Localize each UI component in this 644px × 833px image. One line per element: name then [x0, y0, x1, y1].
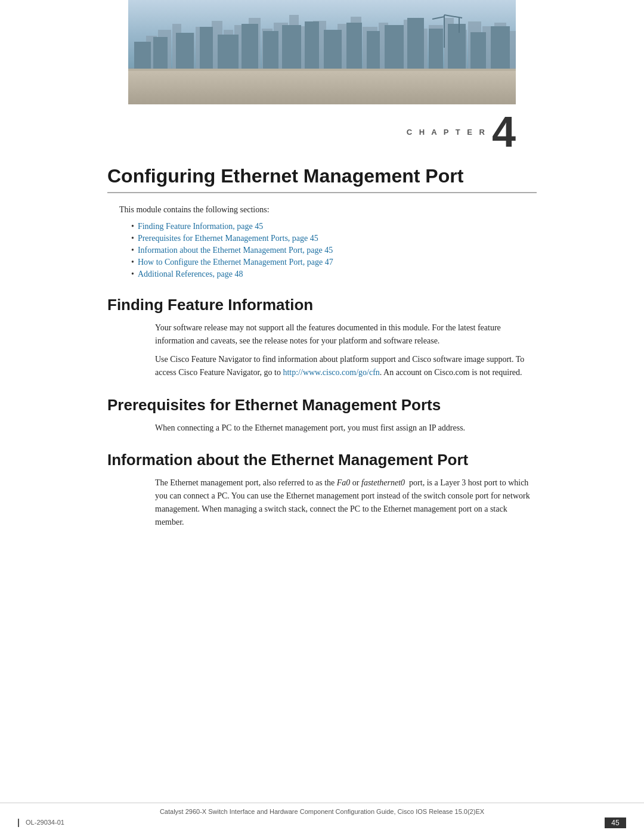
footer-bottom: OL-29034-01 45 — [18, 817, 626, 828]
cisco-cfn-link[interactable]: http://www.cisco.com/go/cfn — [283, 368, 379, 377]
svg-rect-49 — [491, 26, 510, 69]
footer-center: Catalyst 2960-X Switch Interface and Har… — [18, 808, 626, 815]
svg-rect-39 — [282, 25, 301, 69]
toc-link-finding[interactable]: Finding Feature Information, page 45 — [138, 222, 263, 231]
svg-rect-54 — [128, 69, 516, 71]
svg-rect-43 — [367, 31, 380, 69]
svg-rect-35 — [200, 27, 213, 69]
main-content: Configuring Ethernet Management Port Thi… — [95, 165, 549, 528]
list-item: Prerequisites for Ethernet Management Po… — [131, 234, 537, 243]
list-item: Additional References, page 48 — [131, 270, 537, 279]
footer-left: OL-29034-01 — [18, 819, 64, 827]
toc-link-additional[interactable]: Additional References, page 48 — [138, 270, 243, 279]
section-heading-information: Information about the Ethernet Managemen… — [107, 451, 537, 469]
svg-rect-38 — [263, 31, 278, 69]
section-para-finding-2: Use Cisco Feature Navigator to find info… — [155, 353, 537, 379]
list-item: Finding Feature Information, page 45 — [131, 222, 537, 231]
header-image — [128, 0, 516, 104]
chapter-number: 4 — [492, 110, 516, 153]
section-para-finding-1: Your software release may not support al… — [155, 321, 537, 347]
svg-rect-46 — [429, 29, 443, 69]
svg-rect-32 — [134, 42, 151, 69]
svg-rect-37 — [242, 24, 258, 69]
section-heading-prerequisites: Prerequisites for Ethernet Management Po… — [107, 396, 537, 414]
svg-rect-41 — [324, 30, 342, 69]
footer-doc-id: OL-29034-01 — [26, 819, 64, 826]
section-para-prereq: When connecting a PC to the Ethernet man… — [155, 422, 537, 435]
list-item: How to Configure the Ethernet Management… — [131, 258, 537, 267]
svg-rect-1 — [128, 69, 516, 104]
toc-link-prerequisites[interactable]: Prerequisites for Ethernet Management Po… — [138, 234, 318, 243]
intro-text: This module contains the following secti… — [119, 205, 537, 215]
toc-list: Finding Feature Information, page 45 Pre… — [131, 222, 537, 279]
chapter-label: C H A P T E R — [407, 128, 487, 137]
svg-rect-33 — [153, 37, 168, 69]
section-para-info: The Ethernet management port, also refer… — [155, 476, 537, 528]
page-title: Configuring Ethernet Management Port — [107, 165, 537, 187]
chapter-label-area: C H A P T E R 4 — [128, 104, 516, 153]
footer-separator-icon — [18, 819, 19, 827]
section-heading-finding: Finding Feature Information — [107, 296, 537, 314]
toc-link-howto[interactable]: How to Configure the Ethernet Management… — [138, 258, 333, 267]
svg-rect-48 — [470, 32, 486, 69]
title-rule — [107, 192, 537, 193]
svg-rect-45 — [407, 18, 424, 69]
list-item: Information about the Ethernet Managemen… — [131, 246, 537, 255]
toc-link-information[interactable]: Information about the Ethernet Managemen… — [138, 246, 333, 255]
svg-rect-40 — [305, 21, 319, 69]
svg-rect-34 — [176, 33, 194, 69]
svg-rect-36 — [218, 35, 239, 69]
page-container: C H A P T E R 4 Configuring Ethernet Man… — [0, 0, 644, 833]
svg-rect-44 — [385, 25, 404, 69]
svg-rect-47 — [448, 24, 466, 69]
svg-rect-42 — [346, 23, 362, 69]
page-footer: Catalyst 2960-X Switch Interface and Har… — [0, 803, 644, 833]
footer-page-number: 45 — [605, 817, 626, 828]
